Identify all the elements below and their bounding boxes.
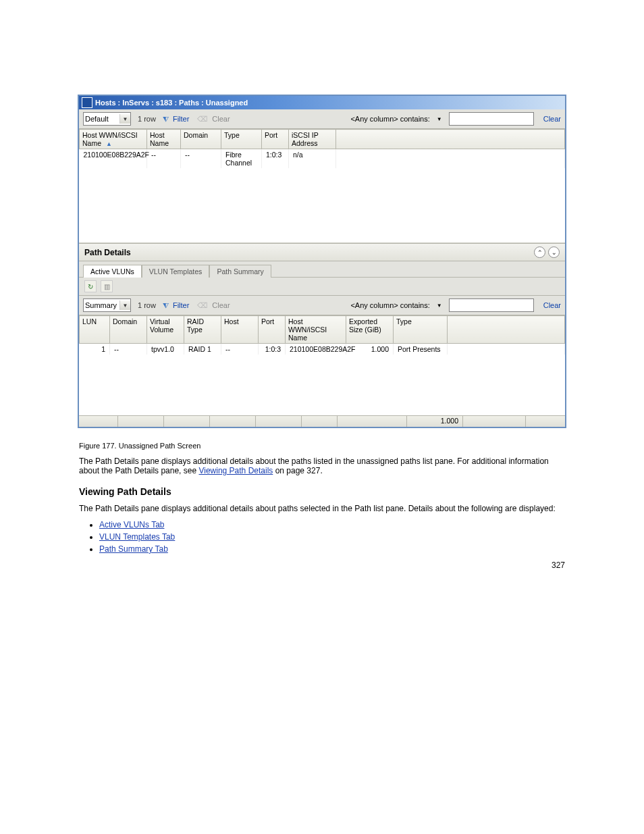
detail-table-body-space — [79, 355, 565, 415]
refresh-icon[interactable]: ↻ — [84, 280, 97, 292]
tab-path-summary[interactable]: Path Summary — [209, 265, 271, 278]
col-vtype[interactable]: Type — [394, 316, 448, 344]
col-type[interactable]: Type — [221, 130, 262, 149]
table-row[interactable]: 210100E08B229A2F -- -- Fibre Channel 1:0… — [80, 149, 565, 169]
search-clear-link[interactable]: Clear — [543, 115, 561, 123]
paragraph-1: The Path Details pane displays additiona… — [79, 457, 565, 475]
col-vv[interactable]: Virtual Volume — [147, 316, 184, 344]
paths-table: Host WWN/iSCSI Name ▲ Host Name Domain T… — [79, 129, 565, 168]
link-path-summary-tab[interactable]: Path Summary Tab — [99, 544, 168, 554]
view-select-value: Default — [85, 115, 109, 123]
detail-toolbar: Summary ▼ 1 row ⧨ Filter ⌫ Clear <Any co… — [79, 296, 565, 315]
view-select[interactable]: Default ▼ — [83, 112, 131, 126]
top-toolbar: Default ▼ 1 row ⧨ Filter ⌫ Clear <Any co… — [79, 109, 565, 129]
cell-host: -- — [221, 344, 259, 355]
cell-raid: RAID 1 — [184, 344, 221, 355]
filter-icon: ⧨ — [163, 301, 169, 310]
cell-detail-port: 1:0:3 — [259, 344, 286, 355]
search-input[interactable] — [449, 112, 534, 126]
list-item: Active VLUNs Tab — [99, 520, 565, 529]
col-host[interactable]: Host — [221, 316, 259, 344]
table-row[interactable]: 1 -- tpvv1.0 RAID 1 -- 1:0:3 210100E08B2… — [80, 344, 565, 355]
search-scope-label: <Any column> contains: — [350, 115, 429, 123]
detail-clear-link[interactable]: Clear — [212, 301, 230, 309]
link-viewing-path-details[interactable]: Viewing Path Details — [198, 466, 273, 475]
paragraph-2: The Path Details pane displays additiona… — [79, 504, 565, 513]
cell-domain: -- — [181, 149, 221, 169]
filter-icon: ⧨ — [163, 115, 169, 124]
cell-type: Fibre Channel — [221, 149, 262, 169]
detail-search-input[interactable] — [449, 298, 534, 312]
chevron-down-icon: ▼ — [119, 301, 130, 310]
expand-down-button[interactable]: ⌄ — [548, 246, 560, 258]
chevron-down-icon: ▼ — [119, 114, 130, 124]
col-iscsi-ip[interactable]: iSCSI IP Address — [289, 130, 336, 149]
detail-icon-toolbar: ↻ ▥ — [79, 278, 565, 296]
table-header-row: Host WWN/iSCSI Name ▲ Host Name Domain T… — [80, 130, 565, 149]
chevron-down-icon[interactable]: ▼ — [437, 303, 442, 309]
cell-vv: tpvv1.0 — [147, 344, 184, 355]
detail-view-select-value: Summary — [85, 301, 117, 309]
detail-header-row: LUN Domain Virtual Volume RAID Type Host… — [80, 316, 565, 344]
chevron-down-icon[interactable]: ▼ — [437, 116, 442, 122]
row-count: 1 row — [138, 115, 156, 123]
link-vlun-templates-tab[interactable]: VLUN Templates Tab — [99, 532, 175, 542]
list-item: VLUN Templates Tab — [99, 532, 565, 542]
cell-vtype: Port Presents — [394, 344, 448, 355]
col-exported[interactable]: Exported Size (GiB) — [346, 316, 394, 344]
window-title: Hosts : InServs : s183 : Paths : Unassig… — [95, 99, 248, 107]
document-body: Figure 177. Unassigned Path Screen The P… — [79, 442, 565, 570]
list-item: Path Summary Tab — [99, 544, 565, 554]
figure-caption: Figure 177. Unassigned Path Screen — [79, 442, 565, 450]
detail-footer: 1.000 — [79, 415, 565, 427]
path-details-header: Path Details ⌃ ⌄ — [79, 243, 565, 261]
detail-links-list: Active VLUNs Tab VLUN Templates Tab Path… — [79, 520, 565, 554]
sort-asc-icon: ▲ — [106, 140, 112, 147]
title-bar: Hosts : InServs : s183 : Paths : Unassig… — [79, 96, 565, 109]
col-raid[interactable]: RAID Type — [184, 316, 221, 344]
path-details-title: Path Details — [84, 248, 131, 257]
detail-row-count: 1 row — [138, 301, 156, 309]
cell-host-name: -- — [147, 149, 181, 169]
filter-link[interactable]: Filter — [173, 115, 189, 123]
detail-table: LUN Domain Virtual Volume RAID Type Host… — [79, 315, 565, 355]
clear-link[interactable]: Clear — [212, 115, 230, 123]
cell-detail-domain: -- — [110, 344, 147, 355]
footer-total: 1.000 — [407, 416, 463, 427]
paths-table-body-space — [79, 168, 565, 243]
app-window: Hosts : InServs : s183 : Paths : Unassig… — [78, 95, 566, 428]
cell-iscsi-ip: n/a — [289, 149, 336, 169]
col-blank — [336, 130, 565, 149]
col-wwn[interactable]: Host WWN/iSCSI Name — [286, 316, 346, 344]
cell-lun: 1 — [80, 344, 110, 355]
page-number: 327 — [79, 561, 565, 570]
cell-host-wwn: 210100E08B229A2F — [80, 149, 147, 169]
col-host-name[interactable]: Host Name — [147, 130, 181, 149]
tab-vlun-templates[interactable]: VLUN Templates — [142, 265, 210, 278]
detail-view-select[interactable]: Summary ▼ — [83, 298, 131, 312]
section-heading: Viewing Path Details — [79, 486, 565, 497]
col-detail-domain[interactable]: Domain — [110, 316, 147, 344]
col-domain[interactable]: Domain — [181, 130, 221, 149]
app-icon — [82, 97, 92, 108]
collapse-up-button[interactable]: ⌃ — [534, 246, 545, 258]
clear-icon: ⌫ — [197, 115, 208, 124]
col-lun[interactable]: LUN — [80, 316, 110, 344]
detail-tabs: Active VLUNs VLUN Templates Path Summary — [79, 261, 565, 278]
clear-icon: ⌫ — [197, 301, 208, 310]
export-icon[interactable]: ▥ — [101, 280, 113, 292]
col-port[interactable]: Port — [262, 130, 289, 149]
tab-active-vluns[interactable]: Active VLUNs — [83, 265, 142, 278]
cell-wwn: 210100E08B229A2F — [286, 344, 346, 355]
link-active-vluns-tab[interactable]: Active VLUNs Tab — [99, 520, 165, 529]
detail-filter-link[interactable]: Filter — [173, 301, 189, 309]
cell-port: 1:0:3 — [262, 149, 289, 169]
detail-search-scope: <Any column> contains: — [350, 301, 429, 309]
detail-search-clear[interactable]: Clear — [543, 301, 561, 309]
col-host-wwn[interactable]: Host WWN/iSCSI Name ▲ — [80, 130, 147, 149]
col-detail-port[interactable]: Port — [259, 316, 286, 344]
